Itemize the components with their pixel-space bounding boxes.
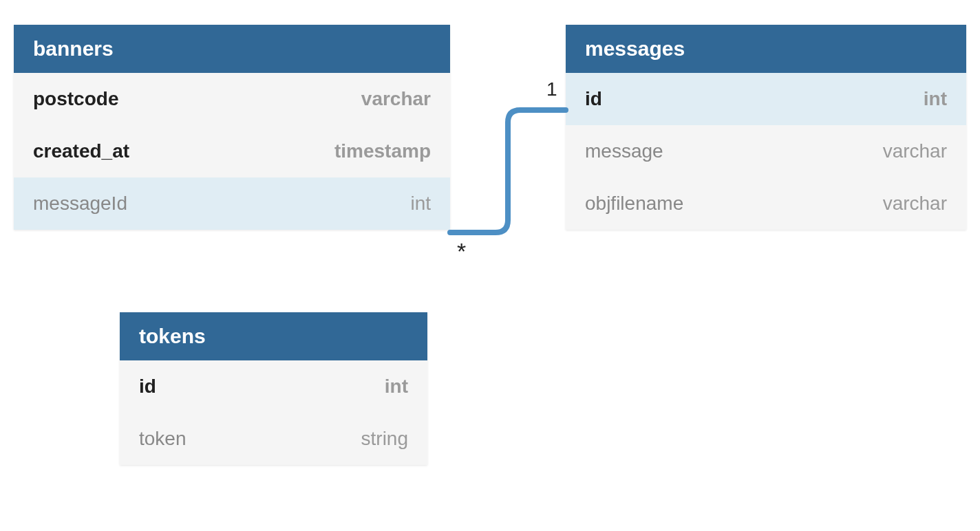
column-type: varchar bbox=[883, 140, 947, 162]
column-type: string bbox=[361, 428, 408, 450]
cardinality-one: 1 bbox=[546, 78, 557, 100]
table-row[interactable]: message varchar bbox=[566, 125, 966, 177]
table-header-messages: messages bbox=[566, 25, 966, 73]
column-name: token bbox=[139, 428, 187, 450]
table-row[interactable]: id int bbox=[566, 73, 966, 125]
column-name: objfilename bbox=[585, 193, 683, 215]
table-row[interactable]: postcode varchar bbox=[14, 73, 450, 125]
column-type: int bbox=[385, 376, 408, 398]
column-name: id bbox=[139, 376, 156, 398]
column-type: timestamp bbox=[334, 140, 431, 162]
table-banners[interactable]: banners postcode varchar created_at time… bbox=[14, 25, 450, 230]
column-type: int bbox=[924, 88, 947, 110]
column-type: varchar bbox=[361, 88, 431, 110]
column-name: created_at bbox=[33, 140, 129, 162]
column-name: message bbox=[585, 140, 663, 162]
column-type: varchar bbox=[883, 193, 947, 215]
table-row[interactable]: messageId int bbox=[14, 177, 450, 230]
table-row[interactable]: objfilename varchar bbox=[566, 177, 966, 230]
table-messages[interactable]: messages id int message varchar objfilen… bbox=[566, 25, 966, 230]
table-tokens[interactable]: tokens id int token string bbox=[120, 312, 427, 465]
table-header-banners: banners bbox=[14, 25, 450, 73]
cardinality-many: * bbox=[457, 238, 466, 265]
column-name: id bbox=[585, 88, 602, 110]
column-name: messageId bbox=[33, 193, 127, 215]
table-row[interactable]: created_at timestamp bbox=[14, 125, 450, 177]
table-row[interactable]: token string bbox=[120, 413, 427, 465]
column-name: postcode bbox=[33, 88, 118, 110]
table-header-tokens: tokens bbox=[120, 312, 427, 360]
column-type: int bbox=[410, 193, 431, 215]
table-row[interactable]: id int bbox=[120, 360, 427, 413]
